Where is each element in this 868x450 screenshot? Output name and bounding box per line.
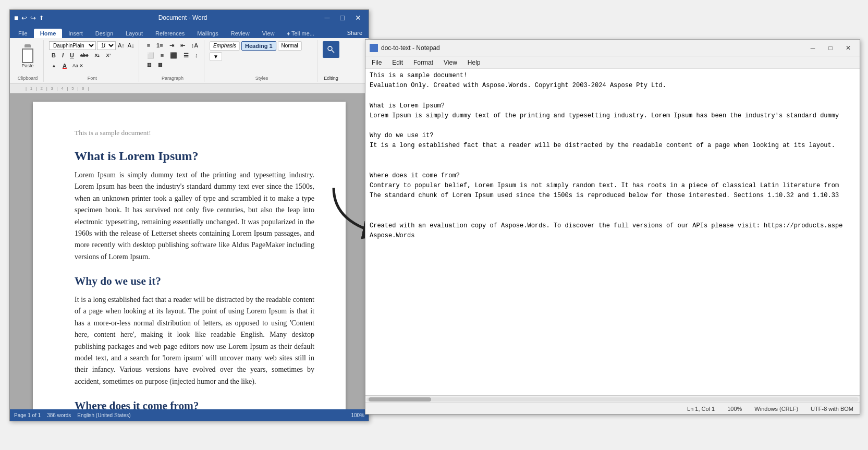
- italic-button[interactable]: I: [59, 51, 66, 59]
- editing-label: Editing: [324, 76, 338, 81]
- tab-view[interactable]: View: [256, 29, 281, 38]
- font-row2: B I U abc X₂ X²: [49, 51, 136, 59]
- styles-buttons: Emphasis Heading 1 Normal ▼: [210, 41, 314, 61]
- notepad-maximize-btn[interactable]: □: [823, 43, 838, 53]
- style-normal-btn[interactable]: Normal: [278, 41, 302, 51]
- search-button[interactable]: [323, 41, 339, 58]
- underline-button[interactable]: U: [67, 51, 77, 59]
- doc-heading2: Why do we use it?: [75, 273, 314, 290]
- notepad-scrollbar-thumb[interactable]: [369, 397, 431, 402]
- word-window: ■ ↩ ↪ ⬆ Document - Word ─ □ ✕ File Home …: [9, 9, 369, 421]
- language-indicator: English (United States): [77, 412, 130, 418]
- notepad-scrollbar-horizontal[interactable]: [365, 395, 860, 403]
- line-spacing-btn[interactable]: ↕: [192, 51, 201, 60]
- bold-button[interactable]: B: [49, 51, 58, 59]
- word-count: 386 words: [47, 412, 71, 418]
- tab-home[interactable]: Home: [34, 29, 63, 38]
- word-quick-save[interactable]: ⬆: [39, 15, 44, 21]
- font-color-button[interactable]: A: [60, 62, 69, 70]
- outdent-btn[interactable]: ⇤: [178, 41, 188, 50]
- word-doc-area: This is a sample document! What is Lorem…: [10, 93, 369, 409]
- word-close-btn[interactable]: ✕: [352, 14, 364, 22]
- word-tab-bar: File Home Insert Design Layout Reference…: [10, 26, 369, 38]
- strikethrough-button[interactable]: abc: [78, 52, 91, 59]
- ribbon-paragraph-group: ≡ 1≡ ⇥ ⇤ ↕A ⬜ ≡ ⬛ ☰ ↕ ▥ ▦ Paragr: [141, 40, 204, 82]
- paragraph-row2: ⬜ ≡ ⬛ ☰ ↕: [144, 51, 201, 60]
- font-row1: DauphinPlain 18 A↑ A↓: [49, 41, 136, 50]
- increase-font-btn[interactable]: A↑: [117, 42, 126, 48]
- word-quick-undo[interactable]: ↩: [21, 14, 27, 22]
- align-left-btn[interactable]: ⬜: [144, 51, 157, 60]
- sort-btn[interactable]: ↕A: [189, 41, 201, 50]
- page-count: Page 1 of 1: [14, 412, 41, 418]
- font-section: DauphinPlain 18 A↑ A↓ B I U abc X₂ X²: [49, 41, 136, 70]
- tab-layout[interactable]: Layout: [119, 29, 149, 38]
- share-button[interactable]: Share: [343, 28, 366, 38]
- word-titlebar-left: ■ ↩ ↪ ⬆: [14, 14, 44, 22]
- superscript-button[interactable]: X²: [104, 52, 114, 59]
- word-minimize-btn[interactable]: ─: [322, 14, 333, 22]
- list-bullet-btn[interactable]: ≡: [144, 41, 153, 50]
- word-maximize-btn[interactable]: □: [337, 14, 348, 22]
- ribbon-clipboard-group: Paste Clipboard: [12, 40, 44, 82]
- ribbon-styles-group: Emphasis Heading 1 Normal ▼ Styles: [206, 40, 317, 82]
- word-ribbon: Paste Clipboard DauphinPlain 18 A↑ A↓ B: [10, 38, 369, 84]
- notepad-title-text: doc-to-text - Notepad: [381, 44, 440, 52]
- word-ruler: | 1 | 2 | 3 | 4 | 5 | 6 |: [10, 84, 369, 93]
- notepad-minimize-btn[interactable]: ─: [805, 43, 820, 53]
- notepad-window: doc-to-text - Notepad ─ □ ✕ File Edit Fo…: [365, 39, 860, 415]
- editing-section: [323, 41, 339, 58]
- notepad-close-btn[interactable]: ✕: [841, 43, 855, 53]
- tab-file[interactable]: File: [12, 29, 34, 38]
- indent-btn[interactable]: ⇥: [167, 41, 177, 50]
- word-statusbar: Page 1 of 1 386 words English (United St…: [10, 409, 369, 421]
- notepad-menu-help[interactable]: Help: [463, 58, 485, 67]
- zoom-level: 100%: [351, 412, 364, 418]
- notepad-menu-view[interactable]: View: [439, 58, 461, 67]
- style-heading1-btn[interactable]: Heading 1: [241, 41, 276, 51]
- notepad-scrollbar-track: [366, 397, 859, 402]
- border-btn[interactable]: ▦: [155, 61, 165, 68]
- paragraph-group-label: Paragraph: [162, 76, 184, 81]
- search-icon: [327, 45, 335, 54]
- doc-sample-label: This is a sample document!: [75, 128, 314, 138]
- style-more-btn[interactable]: ▼: [210, 52, 222, 61]
- svg-point-0: [328, 46, 332, 51]
- tab-references[interactable]: References: [149, 29, 191, 38]
- align-justify-btn[interactable]: ☰: [181, 51, 191, 60]
- decrease-font-btn[interactable]: A↓: [127, 42, 136, 48]
- notepad-content[interactable]: This is a sample document! Evaluation On…: [365, 69, 860, 395]
- tab-insert[interactable]: Insert: [62, 29, 89, 38]
- align-right-btn[interactable]: ⬛: [167, 51, 180, 60]
- subscript-button[interactable]: X₂: [92, 52, 102, 59]
- paste-label: Paste: [21, 63, 33, 68]
- notepad-menubar: File Edit Format View Help: [365, 56, 860, 69]
- styles-group-label: Styles: [255, 76, 268, 81]
- ribbon-font-group: DauphinPlain 18 A↑ A↓ B I U abc X₂ X²: [46, 40, 139, 82]
- tab-tell-me[interactable]: ♦ Tell me...: [280, 29, 320, 38]
- notepad-menu-file[interactable]: File: [368, 58, 386, 67]
- notepad-menu-edit[interactable]: Edit: [388, 58, 407, 67]
- word-app-icon: ■: [14, 14, 18, 22]
- shading-btn[interactable]: ▥: [144, 61, 154, 68]
- ribbon-editing-group: Editing: [320, 40, 343, 82]
- style-emphasis-btn[interactable]: Emphasis: [210, 41, 240, 51]
- notepad-line-ending: Windows (CRLF): [754, 406, 798, 412]
- paste-button[interactable]: Paste: [15, 41, 40, 71]
- font-row3: ▲ A Aa ✕: [49, 62, 136, 70]
- font-size-dropdown[interactable]: 18: [97, 41, 116, 50]
- list-number-btn[interactable]: 1≡: [154, 41, 166, 50]
- font-clear-btn[interactable]: ✕: [79, 63, 83, 68]
- notepad-menu-format[interactable]: Format: [409, 58, 437, 67]
- tab-review[interactable]: Review: [225, 29, 256, 38]
- paste-icon-top: [25, 44, 31, 47]
- tab-design[interactable]: Design: [89, 29, 119, 38]
- font-name-dropdown[interactable]: DauphinPlain: [49, 41, 96, 50]
- word-quick-redo[interactable]: ↪: [30, 14, 36, 22]
- align-center-btn[interactable]: ≡: [158, 51, 166, 60]
- tab-mailings[interactable]: Mailings: [191, 29, 224, 38]
- notepad-app-icon: [370, 44, 378, 52]
- highlight-button[interactable]: ▲: [49, 62, 59, 69]
- word-page: This is a sample document! What is Lorem…: [33, 102, 346, 409]
- paste-icon: [20, 44, 35, 63]
